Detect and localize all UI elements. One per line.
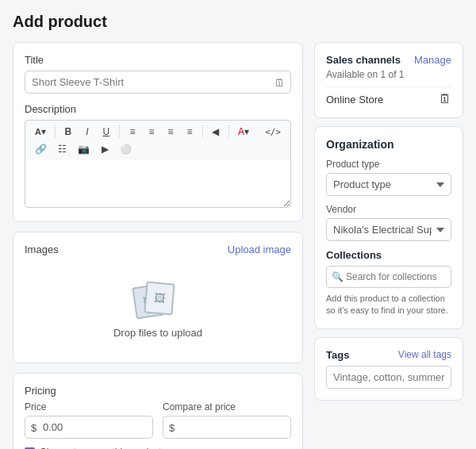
product-info-card: Title 🗓 Description A▾ B I U ≡ ≡ ≡ ≡ bbox=[13, 42, 303, 222]
compare-price-label: Compare at price bbox=[163, 401, 291, 413]
toolbar-indent-btn[interactable]: ≡ bbox=[162, 124, 179, 140]
images-label: Images bbox=[25, 244, 59, 255]
images-header: Images Upload image bbox=[25, 244, 291, 255]
toolbar-link-btn[interactable]: 🔗 bbox=[30, 141, 52, 157]
price-field: Price $ bbox=[25, 401, 153, 439]
search-icon: 🔍 bbox=[332, 271, 344, 282]
price-input[interactable] bbox=[25, 416, 153, 439]
pricing-row: Price $ Compare at price $ bbox=[25, 401, 291, 439]
toolbar-divider-2 bbox=[119, 125, 120, 138]
main-layout: Title 🗓 Description A▾ B I U ≡ ≡ ≡ ≡ bbox=[13, 42, 463, 449]
drop-zone[interactable]: 🖼 🖼 Drop files to upload bbox=[25, 263, 291, 351]
description-textarea[interactable] bbox=[25, 160, 291, 208]
toolbar-ol-btn[interactable]: ≡ bbox=[143, 124, 160, 140]
drop-label: Drop files to upload bbox=[113, 327, 202, 339]
vendor-label: Vendor bbox=[326, 204, 451, 215]
sales-available-text: Available on 1 of 1 bbox=[326, 69, 451, 80]
collections-search-input[interactable] bbox=[326, 266, 451, 288]
page-title: Add product bbox=[13, 13, 463, 31]
toolbar-divider-1 bbox=[55, 125, 56, 138]
drop-icon: 🖼 🖼 bbox=[134, 279, 182, 319]
product-type-label: Product type bbox=[326, 159, 451, 170]
side-column: Sales channels Manage Available on 1 of … bbox=[314, 42, 463, 401]
title-label: Title bbox=[25, 54, 291, 66]
toolbar-outdent-btn[interactable]: ≡ bbox=[181, 124, 198, 140]
toolbar-video-btn[interactable]: ▶ bbox=[96, 141, 113, 157]
images-card: Images Upload image 🖼 🖼 Drop files to up… bbox=[13, 232, 303, 363]
toolbar-font-btn[interactable]: A▾ bbox=[30, 124, 51, 140]
toolbar-image-btn[interactable]: 📷 bbox=[73, 141, 94, 157]
vendor-select[interactable]: Nikola's Electrical Supplies bbox=[326, 218, 451, 241]
collections-search-wrap: 🔍 bbox=[326, 266, 451, 288]
organization-card: Organization Product type Product type V… bbox=[314, 126, 463, 329]
price-label: Price bbox=[25, 401, 153, 413]
manage-link[interactable]: Manage bbox=[414, 54, 451, 66]
product-type-select[interactable]: Product type bbox=[326, 173, 451, 196]
product-type-field: Product type Product type bbox=[326, 159, 451, 196]
tags-input[interactable] bbox=[326, 366, 451, 389]
sales-header: Sales channels Manage bbox=[326, 54, 451, 66]
photo-icon-front: 🖼 bbox=[153, 291, 165, 305]
compare-price-input[interactable] bbox=[163, 416, 291, 439]
toolbar-divider-3 bbox=[202, 125, 203, 138]
toolbar-bold-btn[interactable]: B bbox=[60, 124, 77, 140]
view-tags-link[interactable]: View all tags bbox=[398, 349, 451, 360]
compare-price-wrap: $ bbox=[163, 416, 291, 439]
tags-title: Tags bbox=[326, 349, 349, 361]
title-input[interactable] bbox=[25, 71, 291, 94]
toolbar-table-btn[interactable]: ☷ bbox=[53, 141, 71, 157]
online-store-name: Online Store bbox=[326, 94, 383, 106]
collections-field: Collections 🔍 Add this product to a coll… bbox=[326, 249, 451, 317]
price-currency-symbol: $ bbox=[31, 421, 36, 433]
title-input-wrap: 🗓 bbox=[25, 71, 291, 94]
price-input-wrap: $ bbox=[25, 416, 153, 439]
photo-card-front: 🖼 bbox=[144, 282, 175, 316]
sales-channels-title: Sales channels bbox=[326, 54, 401, 66]
description-toolbar: A▾ B I U ≡ ≡ ≡ ≡ ◀ A▾ </> bbox=[25, 120, 291, 160]
store-row: Online Store 🗓 bbox=[326, 86, 451, 106]
toolbar-smiley-btn[interactable]: ⚪ bbox=[115, 141, 136, 157]
sales-channels-card: Sales channels Manage Available on 1 of … bbox=[314, 42, 463, 118]
toolbar-code-btn[interactable]: </> bbox=[260, 124, 286, 140]
vendor-field: Vendor Nikola's Electrical Supplies bbox=[326, 204, 451, 241]
toolbar-ul-btn[interactable]: ≡ bbox=[124, 124, 141, 140]
calendar-icon: 🗓 bbox=[439, 92, 451, 106]
upload-image-link[interactable]: Upload image bbox=[228, 244, 291, 255]
organization-title: Organization bbox=[326, 138, 451, 151]
pricing-card: Pricing Price $ Compare at price $ bbox=[13, 373, 303, 449]
toolbar-row-1: A▾ B I U ≡ ≡ ≡ ≡ ◀ A▾ </> bbox=[30, 124, 286, 140]
toolbar-italic-btn[interactable]: I bbox=[79, 124, 96, 140]
compare-price-symbol: $ bbox=[169, 421, 175, 433]
description-label: Description bbox=[25, 103, 291, 115]
pricing-label: Pricing bbox=[25, 385, 291, 397]
tags-header: Tags View all tags bbox=[326, 349, 451, 361]
toolbar-align-btn[interactable]: ◀ bbox=[207, 124, 225, 140]
tags-card: Tags View all tags bbox=[314, 337, 463, 401]
title-calendar-icon: 🗓 bbox=[274, 76, 285, 88]
collections-hint: Add this product to a collection so it's… bbox=[326, 293, 451, 317]
toolbar-row-2: 🔗 ☷ 📷 ▶ ⚪ bbox=[30, 141, 286, 157]
collections-title: Collections bbox=[326, 249, 451, 261]
toolbar-divider-4 bbox=[228, 125, 229, 138]
toolbar-color-btn[interactable]: A▾ bbox=[233, 124, 254, 140]
compare-price-field: Compare at price $ bbox=[163, 401, 291, 439]
main-column: Title 🗓 Description A▾ B I U ≡ ≡ ≡ ≡ bbox=[13, 42, 303, 449]
toolbar-underline-btn[interactable]: U bbox=[98, 124, 115, 140]
